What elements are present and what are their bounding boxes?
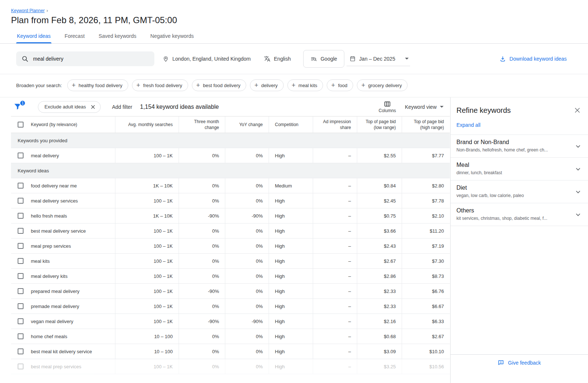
date-range-selector[interactable]: Jan – Dec 2025 bbox=[347, 51, 410, 66]
column-header-three-month-change[interactable]: Three month change bbox=[179, 117, 225, 133]
refine-group-subtitle: vegan, low carb, low calorie, paleo bbox=[456, 193, 569, 198]
keyword-cell: meal kits bbox=[11, 254, 115, 268]
keyword-cell: food delivery near me bbox=[11, 178, 115, 193]
broaden-chip-food[interactable]: +food bbox=[327, 79, 353, 91]
keyword-label: best meal prep services bbox=[31, 364, 81, 369]
table-row: best meal kit delivery service10 – 1000%… bbox=[11, 344, 450, 359]
expand-all-link[interactable]: Expand all bbox=[456, 122, 480, 128]
three-month-cell: 0% bbox=[179, 193, 225, 208]
table-row: meal kits100 – 1K0%0%High–$2.67$7.30 bbox=[11, 254, 450, 269]
table-row: meal delivery kits100 – 1K0%0%High–$2.86… bbox=[11, 269, 450, 284]
broaden-chip-fresh-food-delivery[interactable]: +fresh food delivery bbox=[132, 79, 188, 91]
column-header-top-of-page-bid-low-range[interactable]: Top of page bid (low range) bbox=[357, 117, 402, 133]
broaden-chip-delivery[interactable]: +delivery bbox=[250, 79, 283, 91]
breadcrumb-chevron-icon: › bbox=[46, 8, 48, 13]
row-checkbox[interactable] bbox=[18, 122, 24, 128]
three-month-cell: 0% bbox=[179, 359, 225, 374]
broaden-chip-meal-kits[interactable]: +meal kits bbox=[287, 79, 323, 91]
bid-low-cell: $2.86 bbox=[357, 269, 402, 283]
bid-low-cell: $2.45 bbox=[357, 193, 402, 208]
column-header-avg-monthly-searches[interactable]: Avg. monthly searches bbox=[115, 117, 179, 133]
row-checkbox[interactable] bbox=[18, 198, 24, 204]
column-header-yoy-change[interactable]: YoY change bbox=[225, 117, 269, 133]
keyword-label: meal kits bbox=[31, 258, 50, 264]
yoy-cell: 0% bbox=[225, 178, 269, 193]
refine-panel-footer: Give feedback bbox=[451, 354, 588, 383]
download-label: Download keyword ideas bbox=[509, 56, 567, 62]
yoy-cell: 0% bbox=[225, 359, 269, 374]
tab-saved-keywords[interactable]: Saved keywords bbox=[98, 30, 137, 43]
row-checkbox[interactable] bbox=[18, 333, 24, 339]
keyword-search-box[interactable] bbox=[16, 51, 154, 66]
yoy-cell: 0% bbox=[225, 193, 269, 208]
location-pin-icon bbox=[162, 56, 169, 62]
yoy-cell: 0% bbox=[225, 269, 269, 283]
row-checkbox[interactable] bbox=[18, 228, 24, 234]
row-checkbox[interactable] bbox=[18, 153, 24, 158]
add-filter-button[interactable]: Add filter bbox=[112, 104, 132, 110]
tab-keyword-ideas[interactable]: Keyword ideas bbox=[16, 30, 51, 43]
view-selector[interactable]: Keyword view bbox=[405, 104, 445, 110]
keyword-label: meal delivery kits bbox=[31, 273, 68, 279]
language-selector[interactable]: English bbox=[264, 56, 291, 62]
refine-group-diet[interactable]: Dietvegan, low carb, low calorie, paleo bbox=[451, 180, 588, 203]
row-checkbox[interactable] bbox=[18, 288, 24, 294]
give-feedback-button[interactable]: Give feedback bbox=[498, 359, 541, 366]
column-header-competition[interactable]: Competition bbox=[269, 117, 313, 133]
ad-share-cell: – bbox=[313, 269, 357, 283]
broaden-chip-best-food-delivery[interactable]: +best food delivery bbox=[192, 79, 246, 91]
refine-group-others[interactable]: Otherskit services, christmas, shop, dia… bbox=[451, 203, 588, 226]
plus-icon: + bbox=[361, 82, 365, 89]
refine-group-subtitle: kit services, christmas, shop, diabetic … bbox=[456, 216, 569, 221]
breadcrumb[interactable]: Keyword Planner › bbox=[11, 8, 48, 13]
row-checkbox[interactable] bbox=[18, 183, 24, 189]
tab-negative-keywords[interactable]: Negative keywords bbox=[150, 30, 194, 43]
row-checkbox[interactable] bbox=[18, 273, 24, 279]
row-checkbox[interactable] bbox=[18, 318, 24, 324]
dropdown-arrow-icon bbox=[440, 106, 444, 108]
row-checkbox[interactable] bbox=[18, 303, 24, 309]
searches-cell: 100 – 1K bbox=[115, 314, 179, 329]
refine-group-brand-or-non-brand[interactable]: Brand or Non-BrandNon-Brands, hellofresh… bbox=[451, 135, 588, 157]
yoy-cell: 0% bbox=[225, 239, 269, 253]
column-header-top-of-page-bid-high-range[interactable]: Top of page bid (high range) bbox=[402, 117, 450, 133]
keyword-results-area: 1 Exclude adult ideas Add filter 1,154 k… bbox=[0, 97, 450, 383]
searches-cell: 10 – 100 bbox=[115, 344, 179, 359]
download-keyword-ideas-button[interactable]: Download keyword ideas bbox=[499, 56, 567, 62]
column-header-ad-impression-share[interactable]: Ad impression share bbox=[313, 117, 357, 133]
broaden-chip-grocery-delivery[interactable]: +grocery delivery bbox=[357, 79, 408, 91]
chevron-down-icon bbox=[574, 211, 582, 219]
breadcrumb-link[interactable]: Keyword Planner bbox=[11, 8, 44, 13]
broaden-chip-healthy-food-delivery[interactable]: +healthy food delivery bbox=[67, 79, 128, 91]
search-input[interactable] bbox=[33, 56, 149, 62]
row-checkbox[interactable] bbox=[18, 364, 24, 369]
row-checkbox[interactable] bbox=[18, 213, 24, 219]
search-controls-row: London, England, United Kingdom English … bbox=[0, 44, 588, 74]
keyword-cell: meal delivery bbox=[11, 148, 115, 163]
tab-forecast[interactable]: Forecast bbox=[64, 30, 85, 43]
refine-panel-header: Refine keywords bbox=[451, 97, 588, 115]
column-header-label: Keyword (by relevance) bbox=[31, 122, 77, 128]
columns-button[interactable]: Columns bbox=[379, 100, 396, 113]
active-filter-chip[interactable]: Exclude adult ideas bbox=[38, 101, 101, 113]
location-selector[interactable]: London, England, United Kingdom bbox=[162, 56, 251, 62]
competition-cell: High bbox=[269, 148, 313, 163]
remove-filter-icon[interactable] bbox=[90, 104, 96, 110]
row-checkbox[interactable] bbox=[18, 243, 24, 249]
keyword-cell: best meal prep services bbox=[11, 359, 115, 374]
refine-group-meal[interactable]: Mealdinner, lunch, breakfast bbox=[451, 157, 588, 180]
keyword-label: vegan meal delivery bbox=[31, 319, 74, 324]
competition-cell: High bbox=[269, 359, 313, 374]
filter-funnel-icon[interactable]: 1 bbox=[13, 102, 23, 112]
row-checkbox[interactable] bbox=[18, 258, 24, 264]
ad-share-cell: – bbox=[313, 314, 357, 329]
network-selector[interactable]: Google bbox=[303, 50, 344, 68]
plus-icon: + bbox=[136, 82, 140, 89]
row-checkbox[interactable] bbox=[18, 348, 24, 354]
searches-cell: 1K – 10K bbox=[115, 178, 179, 193]
bid-high-cell: $7.78 bbox=[402, 193, 450, 208]
close-icon[interactable] bbox=[573, 106, 581, 114]
column-header-keyword-by-relevance[interactable]: Keyword (by relevance) bbox=[11, 117, 115, 133]
column-header-label: Ad impression share bbox=[319, 119, 351, 130]
column-header-label: Top of page bid (low range) bbox=[363, 119, 396, 130]
